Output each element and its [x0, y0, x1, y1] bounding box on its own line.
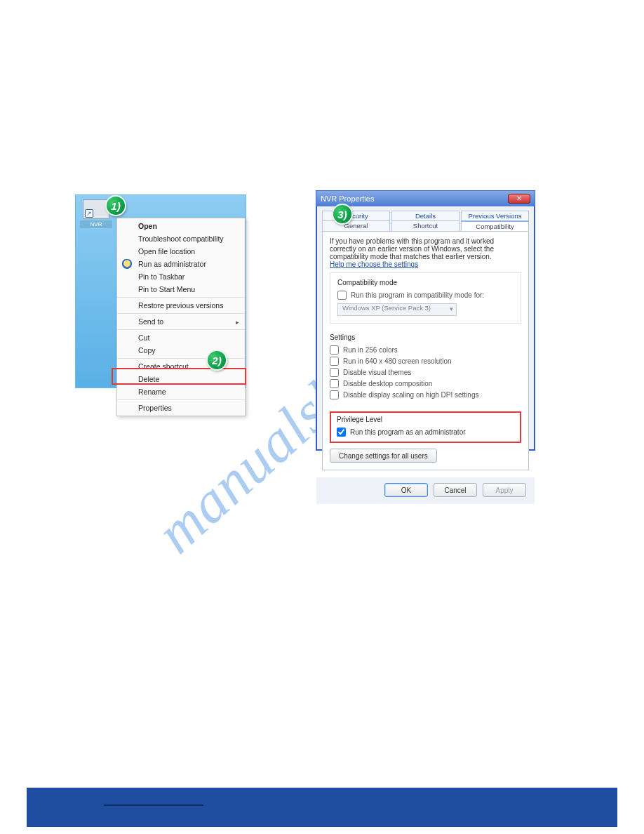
ctx-properties[interactable]: Properties — [117, 402, 245, 414]
chk-640-box[interactable] — [330, 357, 339, 366]
tab-pane-compatibility: If you have problems with this program a… — [322, 231, 529, 470]
ctx-rename[interactable]: Rename — [117, 385, 245, 398]
chk-compat-mode-box[interactable] — [337, 291, 347, 300]
chk-run-as-admin[interactable]: Run this program as an administrator — [337, 426, 514, 437]
footer-underline — [104, 802, 203, 806]
chk-256-box[interactable] — [330, 345, 339, 355]
group-title-settings: Settings — [330, 333, 514, 341]
shortcut-label: NVR — [80, 220, 112, 228]
chk-dpi-label: Disable display scaling on high DPI sett… — [343, 391, 478, 399]
privilege-level-highlight: Privilege Level Run this program as an a… — [330, 411, 521, 443]
group-compat-mode: Compatibility mode Run this program in c… — [330, 272, 521, 324]
page-footer-bar — [27, 788, 617, 827]
step-badge-2: 2) — [206, 350, 227, 371]
help-choose-settings-link[interactable]: Help me choose the settings — [330, 260, 521, 268]
properties-dialog: NVR Properties ✕ Security Details Previo… — [316, 190, 535, 451]
dialog-footer: OK Cancel Apply — [316, 477, 535, 504]
shortcut-arrow-icon: ↗ — [85, 209, 93, 218]
chk-256-colors[interactable]: Run in 256 colors — [330, 344, 514, 355]
chk-compat-mode-label: Run this program in compatibility mode f… — [351, 291, 484, 299]
tab-strip: Security Details Previous Versions Gener… — [322, 211, 529, 231]
ok-button[interactable]: OK — [384, 483, 428, 497]
dialog-title: NVR Properties — [321, 194, 374, 203]
ctx-cut[interactable]: Cut — [117, 331, 245, 344]
menu-separator — [117, 399, 245, 400]
chk-256-label: Run in 256 colors — [343, 346, 398, 354]
dialog-titlebar[interactable]: NVR Properties ✕ — [316, 191, 535, 206]
compat-mode-combo[interactable]: Windows XP (Service Pack 3) — [337, 303, 457, 316]
chk-dpi-box[interactable] — [330, 390, 339, 399]
ctx-run-as-admin[interactable]: Run as administrator — [117, 258, 245, 270]
ctx-restore-prev[interactable]: Restore previous versions — [117, 299, 245, 312]
chk-run-as-admin-box[interactable] — [337, 428, 346, 437]
tab-shortcut[interactable]: Shortcut — [391, 220, 459, 231]
submenu-arrow-icon: ▸ — [236, 318, 239, 327]
tab-details[interactable]: Details — [391, 211, 459, 220]
tab-compatibility[interactable]: Compatibility — [461, 220, 529, 231]
chk-640-label: Run in 640 x 480 screen resolution — [343, 357, 452, 365]
ctx-run-as-admin-label: Run as administrator — [138, 260, 206, 268]
context-menu: Open Troubleshoot compatibility Open fil… — [116, 218, 246, 416]
close-button[interactable]: ✕ — [508, 194, 530, 204]
tab-general[interactable]: General — [322, 220, 390, 231]
chk-640x480[interactable]: Run in 640 x 480 screen resolution — [330, 355, 514, 366]
group-title-compat: Compatibility mode — [337, 279, 514, 286]
change-all-users-button[interactable]: Change settings for all users — [330, 449, 437, 463]
chk-themes-box[interactable] — [330, 368, 339, 377]
ctx-open-file-location[interactable]: Open file location — [117, 245, 245, 258]
chk-dpi-scaling[interactable]: Disable display scaling on high DPI sett… — [330, 389, 514, 400]
chk-desktop-composition[interactable]: Disable desktop composition — [330, 378, 514, 389]
ctx-pin-taskbar[interactable]: Pin to Taskbar — [117, 270, 245, 283]
ctx-open[interactable]: Open — [117, 220, 245, 232]
chk-visual-themes[interactable]: Disable visual themes — [330, 366, 514, 378]
ctx-delete[interactable]: Delete — [117, 373, 245, 385]
chk-comp-label: Disable desktop composition — [343, 380, 432, 388]
chk-compat-mode[interactable]: Run this program in compatibility mode f… — [337, 289, 514, 300]
group-title-privilege: Privilege Level — [337, 416, 514, 423]
step-badge-1: 1) — [105, 195, 126, 216]
group-settings: Settings Run in 256 colors Run in 640 x … — [330, 328, 521, 407]
ctx-pin-start[interactable]: Pin to Start Menu — [117, 283, 245, 296]
compat-intro-text: If you have problems with this program a… — [330, 237, 521, 260]
tab-previous-versions[interactable]: Previous Versions — [461, 211, 529, 220]
step-badge-3: 3) — [332, 204, 353, 225]
menu-separator — [117, 329, 245, 330]
ctx-send-to-label: Send to — [138, 317, 163, 326]
cancel-button[interactable]: Cancel — [434, 483, 477, 497]
ctx-troubleshoot[interactable]: Troubleshoot compatibility — [117, 232, 245, 245]
menu-separator — [117, 313, 245, 314]
chk-run-as-admin-label: Run this program as an administrator — [350, 428, 466, 436]
shield-icon — [122, 259, 132, 269]
apply-button[interactable]: Apply — [483, 483, 526, 497]
ctx-send-to[interactable]: Send to ▸ — [117, 315, 245, 328]
chk-comp-box[interactable] — [330, 379, 339, 388]
menu-separator — [117, 297, 245, 298]
chk-themes-label: Disable visual themes — [343, 369, 411, 376]
